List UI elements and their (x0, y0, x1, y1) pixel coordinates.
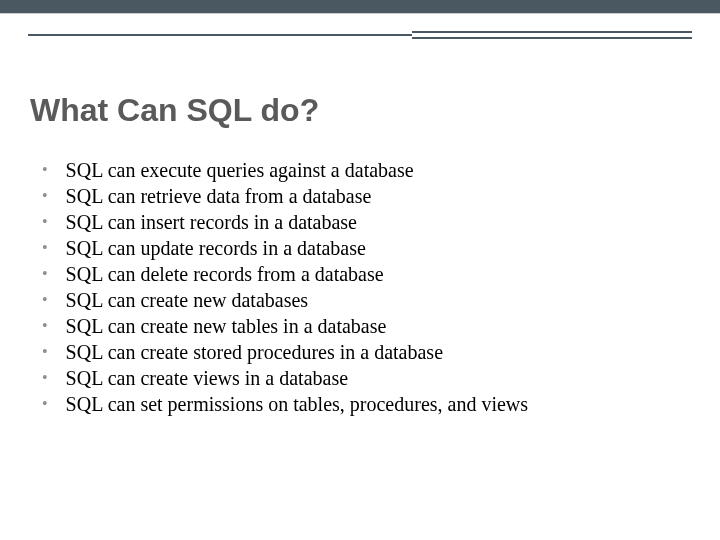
list-item: •SQL can create stored procedures in a d… (42, 339, 690, 365)
list-item-text: SQL can create views in a database (66, 365, 690, 391)
bullet-icon: • (42, 290, 48, 311)
list-item: •SQL can create new tables in a database (42, 313, 690, 339)
divider-accent (412, 31, 692, 39)
bullet-list: •SQL can execute queries against a datab… (30, 157, 690, 417)
list-item: •SQL can update records in a database (42, 235, 690, 261)
bullet-icon: • (42, 238, 48, 259)
list-item: •SQL can create views in a database (42, 365, 690, 391)
slide-content: What Can SQL do? •SQL can execute querie… (0, 14, 720, 417)
list-item: •SQL can execute queries against a datab… (42, 157, 690, 183)
slide-title: What Can SQL do? (30, 92, 690, 129)
bullet-icon: • (42, 342, 48, 363)
list-item: •SQL can set permissions on tables, proc… (42, 391, 690, 417)
list-item: •SQL can create new databases (42, 287, 690, 313)
list-item-text: SQL can create stored procedures in a da… (66, 339, 690, 365)
list-item-text: SQL can execute queries against a databa… (66, 157, 690, 183)
list-item-text: SQL can update records in a database (66, 235, 690, 261)
bullet-icon: • (42, 160, 48, 181)
slide-top-bar (0, 0, 720, 14)
bullet-icon: • (42, 394, 48, 415)
list-item-text: SQL can insert records in a database (66, 209, 690, 235)
bullet-icon: • (42, 186, 48, 207)
list-item-text: SQL can retrieve data from a database (66, 183, 690, 209)
bullet-icon: • (42, 264, 48, 285)
list-item: •SQL can retrieve data from a database (42, 183, 690, 209)
bullet-icon: • (42, 212, 48, 233)
list-item-text: SQL can delete records from a database (66, 261, 690, 287)
list-item-text: SQL can create new databases (66, 287, 690, 313)
list-item: •SQL can delete records from a database (42, 261, 690, 287)
list-item-text: SQL can create new tables in a database (66, 313, 690, 339)
list-item-text: SQL can set permissions on tables, proce… (66, 391, 690, 417)
bullet-icon: • (42, 368, 48, 389)
bullet-icon: • (42, 316, 48, 337)
list-item: •SQL can insert records in a database (42, 209, 690, 235)
